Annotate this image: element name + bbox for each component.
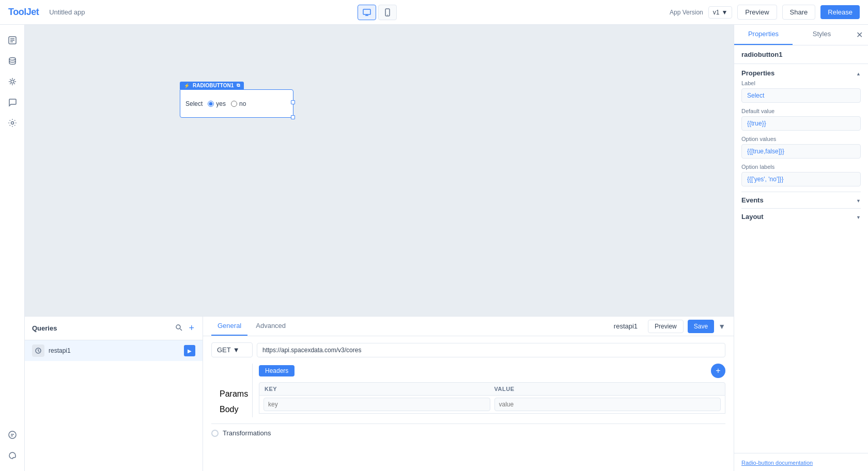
tab-general[interactable]: General xyxy=(211,317,247,336)
mobile-device-btn[interactable] xyxy=(378,5,397,20)
widget-label: Select xyxy=(185,100,203,107)
version-value: v1 xyxy=(713,9,720,16)
bottom-panel: Queries + restapi1 ▶ xyxy=(25,316,734,471)
svg-rect-0 xyxy=(363,9,370,14)
query-tabs-bar: General Advanced restapi1 Preview Save ▼ xyxy=(203,317,734,336)
default-value-value[interactable]: {{true}} xyxy=(741,116,861,131)
left-sidebar xyxy=(0,25,25,471)
body-tab[interactable]: Body xyxy=(211,402,252,417)
request-main: Headers + KEY VALUE xyxy=(253,364,725,414)
preview-button[interactable]: Preview xyxy=(737,5,777,20)
svg-point-4 xyxy=(387,14,388,15)
radio-no-input[interactable] xyxy=(231,101,237,107)
sidebar-item-theme[interactable] xyxy=(3,446,22,465)
radio-option-no[interactable]: no xyxy=(231,100,246,107)
component-name: radiobutton1 xyxy=(734,45,868,64)
tab-advanced[interactable]: Advanced xyxy=(250,317,292,336)
url-row: GET ▼ xyxy=(211,342,725,357)
query-preview-btn[interactable]: Preview xyxy=(648,320,684,333)
panel-close-btn[interactable]: ✕ xyxy=(851,25,868,45)
run-query-btn[interactable]: ▶ xyxy=(184,345,195,356)
search-queries-btn[interactable] xyxy=(174,322,183,335)
layout-label: Layout xyxy=(741,213,764,221)
version-selector[interactable]: v1 ▼ xyxy=(708,6,733,19)
query-list-item[interactable]: restapi1 ▶ xyxy=(25,340,203,361)
queries-actions: + xyxy=(174,322,195,335)
sidebar-item-settings[interactable] xyxy=(3,114,22,132)
properties-collapse-icon xyxy=(856,69,861,77)
add-header-btn[interactable]: + xyxy=(711,364,725,378)
sidebar-item-pages[interactable] xyxy=(3,31,22,50)
properties-section-label: Properties xyxy=(741,69,774,77)
sidebar-bottom xyxy=(3,426,22,465)
add-query-btn[interactable]: + xyxy=(188,322,195,335)
widget-label-bar: ⚡ RADIOBUTTON1 ⧉ xyxy=(180,82,244,89)
method-chevron-icon: ▼ xyxy=(233,346,240,354)
events-label: Events xyxy=(741,196,764,204)
headers-table-header: KEY VALUE xyxy=(259,382,725,396)
headers-tab[interactable]: Headers xyxy=(259,365,295,376)
option-labels-value[interactable]: {{['yes', 'no']}} xyxy=(741,172,861,186)
events-section[interactable]: Events xyxy=(741,192,861,208)
right-panel: Properties Styles ✕ radiobutton1 Propert… xyxy=(734,25,868,471)
option-values-prop: Option values {{[true,false]}} xyxy=(741,136,861,159)
events-collapse-icon xyxy=(856,196,861,204)
bottom-split: Queries + restapi1 ▶ xyxy=(25,317,734,471)
label-prop-label: Label xyxy=(741,80,861,86)
panel-footer: Radio-button documentation xyxy=(734,453,868,471)
transform-toggle[interactable] xyxy=(211,430,219,437)
query-name-label: restapi1 xyxy=(49,347,180,354)
tab-properties[interactable]: Properties xyxy=(734,25,793,45)
main-container: ⚡ RADIOBUTTON1 ⧉ Select yes no xyxy=(0,25,868,471)
option-values-label: Option values xyxy=(741,136,861,142)
svg-point-9 xyxy=(9,58,16,60)
query-save-btn[interactable]: Save xyxy=(688,320,714,333)
transformations-section: Transformations xyxy=(211,423,725,437)
sidebar-item-comments[interactable] xyxy=(3,93,22,112)
default-value-prop: Default value {{true}} xyxy=(741,108,861,131)
topbar-right: App Version v1 ▼ Preview Share Release xyxy=(670,5,860,20)
query-collapse-btn[interactable]: ▼ xyxy=(718,320,725,333)
tab-styles[interactable]: Styles xyxy=(793,25,851,45)
widget-container[interactable]: ⚡ RADIOBUTTON1 ⧉ Select yes no xyxy=(180,82,293,118)
widget-copy-icon[interactable]: ⧉ xyxy=(237,83,240,88)
device-switcher xyxy=(358,5,397,20)
method-select[interactable]: GET ▼ xyxy=(211,342,253,357)
resize-handle-tr[interactable] xyxy=(291,100,295,104)
request-left-labels: Params Body xyxy=(211,364,253,417)
header-value-input[interactable] xyxy=(494,398,721,411)
properties-section: Properties Label Select Default value {{… xyxy=(734,64,868,453)
release-button[interactable]: Release xyxy=(820,5,860,19)
url-input[interactable] xyxy=(257,343,725,357)
desktop-device-btn[interactable] xyxy=(358,5,376,20)
properties-header[interactable]: Properties xyxy=(741,64,861,80)
widget-type-label: RADIOBUTTON1 xyxy=(193,83,234,88)
key-column-header: KEY xyxy=(265,386,490,392)
doc-link[interactable]: Radio-button documentation xyxy=(741,460,813,466)
radio-option-yes[interactable]: yes xyxy=(208,100,226,107)
queries-title: Queries xyxy=(32,324,57,332)
query-editor-actions: Preview Save ▼ xyxy=(648,320,725,333)
params-tab[interactable]: Params xyxy=(211,386,252,402)
option-values-value[interactable]: {{[true,false]}} xyxy=(741,144,861,159)
sidebar-item-chat[interactable] xyxy=(3,426,22,444)
canvas[interactable]: ⚡ RADIOBUTTON1 ⧉ Select yes no xyxy=(25,25,734,316)
topbar: ToolJet Untitled app App Version v1 ▼ Pr… xyxy=(0,0,868,25)
layout-section[interactable]: Layout xyxy=(741,208,861,225)
queries-header: Queries + xyxy=(25,317,203,340)
share-button[interactable]: Share xyxy=(782,5,816,20)
header-key-input[interactable] xyxy=(264,398,490,411)
transformations-header[interactable]: Transformations xyxy=(211,429,725,437)
resize-handle-br[interactable] xyxy=(291,115,295,119)
value-column-header: VALUE xyxy=(494,386,720,392)
version-chevron-icon: ▼ xyxy=(721,9,727,16)
label-prop-value[interactable]: Select xyxy=(741,88,861,103)
sidebar-item-plugins[interactable] xyxy=(3,72,22,91)
svg-point-11 xyxy=(11,122,13,124)
svg-point-10 xyxy=(11,80,14,83)
app-title: Untitled app xyxy=(49,8,85,16)
header-row-1 xyxy=(259,396,725,414)
sidebar-item-database[interactable] xyxy=(3,52,22,70)
app-version-label: App Version xyxy=(670,9,703,16)
radio-yes-input[interactable] xyxy=(208,101,214,107)
